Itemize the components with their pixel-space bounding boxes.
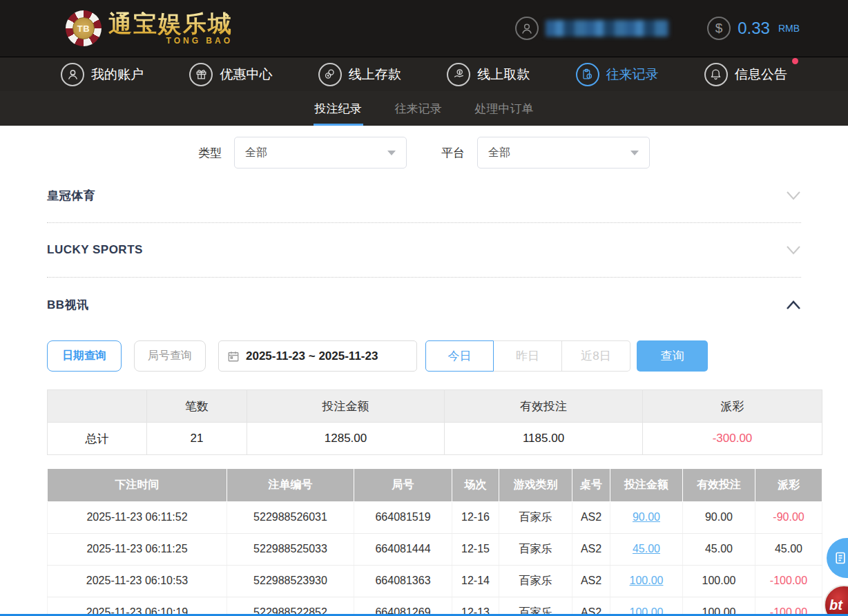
content: 皇冠体育 LUCKY SPORTS BB视讯 日期查询 局号查询 2025-11… (0, 169, 848, 616)
user-icon (515, 17, 539, 40)
deposit-coins-icon (318, 63, 342, 86)
table-row: 2025-11-23 06:10:19 522988522852 6640812… (48, 597, 822, 616)
document-icon (833, 551, 847, 565)
records-clipboard-icon (576, 63, 599, 86)
logo-title: 通宝娱乐城 (108, 12, 233, 35)
chevron-down-icon (786, 245, 801, 255)
summary-row: 总计 21 1285.00 1185.00 -300.00 (48, 423, 822, 455)
nav-withdraw[interactable]: 线上取款 (447, 63, 530, 86)
account-icon (61, 63, 84, 86)
summary-header-valid-bet: 有效投注 (445, 390, 643, 423)
section-lucky-sports[interactable]: LUCKY SPORTS (47, 223, 801, 278)
search-button[interactable]: 查询 (637, 340, 708, 372)
balance[interactable]: $ 0.33 RMB (707, 17, 800, 40)
main-nav: 我的账户 优惠中心 线上存款 (0, 57, 848, 91)
bet-amount-link[interactable]: 100.00 (630, 575, 664, 586)
chevron-down-icon (630, 151, 639, 155)
today-button[interactable]: 今日 (425, 340, 494, 372)
bt-logo: bt (829, 597, 842, 613)
tab-transaction-records[interactable]: 往来记录 (394, 91, 443, 126)
summary-header-count: 笔数 (147, 390, 247, 423)
summary-bet-amount: 1285.00 (247, 423, 445, 455)
balance-amount: 0.33 (738, 19, 770, 38)
summary-payout: -300.00 (643, 423, 822, 455)
summary-header-bet-amount: 投注金额 (247, 390, 445, 423)
bet-amount-link[interactable]: 45.00 (633, 543, 660, 555)
bet-records-table: 下注时间 注单编号 局号 场次 游戏类别 桌号 投注金额 有效投注 派彩 202… (47, 469, 822, 616)
type-filter-label: 类型 (198, 145, 222, 161)
withdraw-hand-icon (447, 63, 470, 86)
summary-count: 21 (147, 423, 247, 455)
round-query-button[interactable]: 局号查询 (134, 340, 206, 372)
yesterday-button[interactable]: 昨日 (494, 340, 562, 372)
summary-table: 笔数 投注金额 有效投注 派彩 总计 21 1285.00 1185.00 -3… (47, 389, 822, 455)
tab-pending-orders[interactable]: 处理中订单 (474, 91, 535, 126)
logo[interactable]: TB 通宝娱乐城 TONG BAO (66, 10, 233, 46)
bet-amount-link[interactable]: 90.00 (633, 511, 660, 523)
date-range-input[interactable]: 2025-11-23 ~ 2025-11-23 (218, 340, 417, 372)
gift-icon (189, 63, 213, 86)
table-row: 2025-11-23 06:11:52 522988526031 6640815… (48, 501, 822, 533)
user-account[interactable] (515, 17, 668, 40)
summary-valid-bet: 1185.00 (445, 423, 643, 455)
balance-currency: RMB (778, 23, 800, 34)
chip-label: TB (73, 17, 95, 39)
section-bb-video[interactable]: BB视讯 (47, 278, 801, 332)
nav-promotions[interactable]: 优惠中心 (189, 63, 272, 86)
section-crown-sports[interactable]: 皇冠体育 (47, 169, 801, 223)
query-controls: 日期查询 局号查询 2025-11-23 ~ 2025-11-23 今日 昨日 … (47, 340, 801, 372)
type-select[interactable]: 全部 (234, 137, 407, 169)
top-header: TB 通宝娱乐城 TONG BAO $ 0.33 RMB (0, 0, 848, 57)
username-redacted (546, 20, 668, 37)
page: TB 通宝娱乐城 TONG BAO $ 0.33 RMB (0, 0, 848, 616)
nav-announcements[interactable]: 信息公告 (704, 63, 787, 86)
summary-header-payout: 派彩 (643, 390, 822, 423)
filter-row: 类型 全部 平台 全部 (0, 137, 848, 169)
chevron-up-icon (786, 300, 801, 310)
dollar-icon: $ (707, 17, 731, 40)
chevron-down-icon (786, 191, 801, 200)
summary-total-label: 总计 (48, 423, 147, 455)
record-tabs: 投注纪录 往来记录 处理中订单 (0, 91, 848, 126)
nav-deposit[interactable]: 线上存款 (318, 63, 401, 86)
platform-filter-label: 平台 (441, 145, 465, 161)
platform-select[interactable]: 全部 (477, 137, 650, 169)
logo-subtitle: TONG BAO (108, 37, 233, 45)
summary-header-empty (48, 390, 147, 423)
date-query-button[interactable]: 日期查询 (47, 340, 122, 372)
tab-betting-records[interactable]: 投注纪录 (314, 91, 363, 126)
nav-my-account[interactable]: 我的账户 (61, 63, 144, 86)
nav-transaction-records[interactable]: 往来记录 (576, 63, 659, 86)
chevron-down-icon (387, 151, 396, 155)
casino-chip-icon: TB (66, 10, 102, 46)
table-row: 2025-11-23 06:11:25 522988525033 6640814… (48, 533, 822, 565)
calendar-icon (227, 350, 240, 363)
table-header-row: 下注时间 注单编号 局号 场次 游戏类别 桌号 投注金额 有效投注 派彩 (48, 469, 822, 501)
table-row: 2025-11-23 06:10:53 522988523930 6640813… (48, 565, 822, 597)
bell-icon (704, 63, 728, 86)
notification-dot (792, 58, 798, 64)
quick-range-group: 今日 昨日 近8日 (425, 340, 630, 372)
last-8-days-button[interactable]: 近8日 (562, 340, 630, 372)
